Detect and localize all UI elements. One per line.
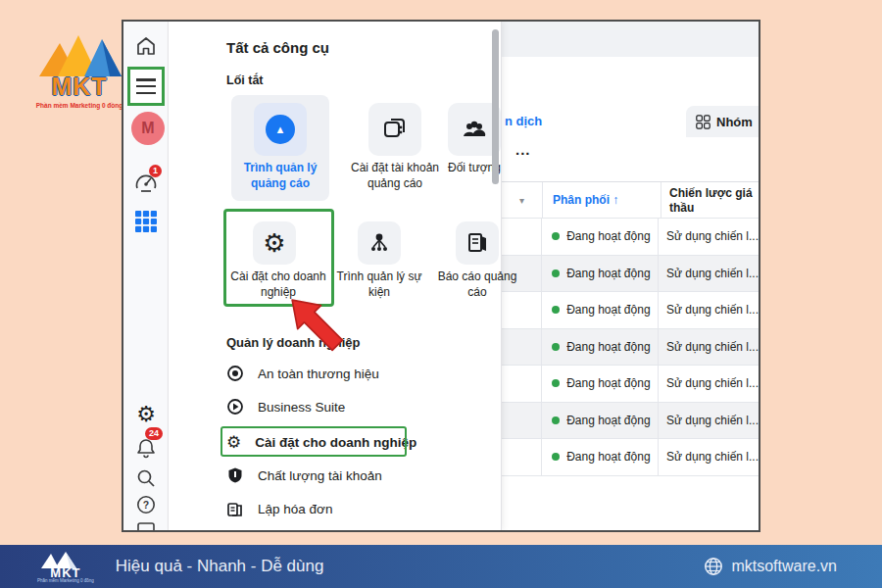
delivery-status-text: Đang hoạt động xyxy=(566,450,650,464)
row-select-cell[interactable] xyxy=(502,366,542,402)
page-header-band xyxy=(502,22,759,57)
grid-icon xyxy=(696,115,710,129)
menu-item-billing[interactable]: Lập hóa đơn xyxy=(226,496,481,521)
menu-item-label: Chất lượng tài khoản xyxy=(258,468,382,483)
search-icon[interactable] xyxy=(123,467,169,489)
avatar[interactable]: M xyxy=(131,112,165,145)
delivery-cell: Đang hoạt động xyxy=(542,219,659,255)
partial-bottom-icon[interactable] xyxy=(123,521,169,532)
menu-item-brand-safety[interactable]: An toàn thương hiệu xyxy=(226,361,481,386)
table-row[interactable]: Đang hoạt động Sử dụng chiến l... xyxy=(502,403,759,440)
active-status-dot xyxy=(552,343,560,351)
shield-icon xyxy=(226,466,244,484)
tab-row: n dịch Nhóm xyxy=(502,104,759,139)
tab-campaigns[interactable]: n dịch xyxy=(505,114,542,128)
active-status-dot xyxy=(552,453,560,461)
ads-manager-content: n dịch Nhóm ... ▾ Phân phối ↑ Chiến lược… xyxy=(502,22,759,530)
help-icon[interactable]: ? xyxy=(123,494,169,515)
delivery-cell: Đang hoạt động xyxy=(542,329,659,366)
table-row[interactable]: Đang hoạt động Sử dụng chiến l... xyxy=(502,256,759,293)
bid-strategy-cell: Sử dụng chiến l... xyxy=(659,403,759,439)
footer-website: mktsoftware.vn xyxy=(731,558,837,575)
active-status-dot xyxy=(552,306,560,314)
ad-account-settings-icon[interactable] xyxy=(368,103,421,156)
footer-logo: MKT Phần mềm Marketing 0 đồng xyxy=(37,550,94,584)
row-select-cell[interactable] xyxy=(502,219,542,255)
ads-reporting-icon[interactable] xyxy=(456,221,499,265)
campaigns-table: ▾ Phân phối ↑ Chiến lược giá thầu Đang h… xyxy=(502,181,759,476)
row-select-caret[interactable]: ▾ xyxy=(502,182,543,218)
menu-item-label: Lập hóa đơn xyxy=(258,502,332,516)
active-status-dot xyxy=(552,232,560,240)
gauge-badge: 1 xyxy=(149,165,162,177)
bid-strategy-text: Sử dụng chiến l... xyxy=(666,340,759,354)
delivery-status-text: Đang hoạt động xyxy=(566,267,650,280)
active-status-dot xyxy=(552,379,560,387)
active-status-dot xyxy=(552,270,560,277)
menu-item-account-quality[interactable]: Chất lượng tài khoản xyxy=(226,463,481,488)
footer-banner: MKT Phần mềm Marketing 0 đồng Hiệu quả -… xyxy=(0,545,882,588)
bid-strategy-cell: Sử dụng chiến l... xyxy=(659,439,759,475)
events-manager-icon[interactable] xyxy=(358,221,401,265)
bid-strategy-text: Sử dụng chiến l... xyxy=(666,414,759,427)
bid-strategy-text: Sử dụng chiến l... xyxy=(666,229,759,243)
bid-strategy-cell: Sử dụng chiến l... xyxy=(659,219,759,255)
business-suite-icon xyxy=(226,398,244,416)
table-row[interactable]: Đang hoạt động Sử dụng chiến l... xyxy=(502,439,759,476)
row-select-cell[interactable] xyxy=(502,403,542,439)
gauge-icon[interactable] xyxy=(123,171,169,194)
footer-logo-tagline: Phần mềm Marketing 0 đồng xyxy=(37,579,94,584)
table-header-row: ▾ Phân phối ↑ Chiến lược giá thầu xyxy=(502,182,759,219)
business-settings-item-highlight-box xyxy=(220,426,407,457)
bid-strategy-text: Sử dụng chiến l... xyxy=(666,267,759,280)
brand-name: MKT xyxy=(33,74,125,99)
table-row[interactable]: Đang hoạt động Sử dụng chiến l... xyxy=(502,219,759,256)
row-select-cell[interactable] xyxy=(502,439,542,475)
table-row[interactable]: Đang hoạt động Sử dụng chiến l... xyxy=(502,329,759,367)
bid-strategy-text: Sử dụng chiến l... xyxy=(666,450,759,464)
all-tools-menu: Tất cả công cụ Lối tắt ▲ Trình quản lý q… xyxy=(169,22,502,530)
table-row[interactable]: Đang hoạt động Sử dụng chiến l... xyxy=(502,366,759,403)
globe-icon xyxy=(704,557,723,576)
footer-slogan: Hiệu quả - Nhanh - Dễ dùng xyxy=(116,557,324,576)
shortcut-ad-account-settings-label[interactable]: Cài đặt tài khoản quảng cáo xyxy=(346,161,444,191)
billing-invoice-icon xyxy=(226,500,244,517)
all-tools-menu-button[interactable] xyxy=(127,67,165,106)
brand-logo-mountains xyxy=(33,31,125,78)
home-icon[interactable] xyxy=(123,35,169,57)
menu-item-business-suite[interactable]: Business Suite xyxy=(226,394,481,419)
ads-manager-icon[interactable]: ▲ xyxy=(254,103,307,156)
shortcut-ads-reporting-label[interactable]: Báo cáo quảng cáo xyxy=(435,270,519,300)
table-row[interactable]: Đang hoạt động Sử dụng chiến l... xyxy=(502,292,759,329)
menu-title: Tất cả công cụ xyxy=(226,39,329,56)
delivery-cell: Đang hoạt động xyxy=(542,403,659,439)
table-body: Đang hoạt động Sử dụng chiến l... Đang h… xyxy=(502,219,759,476)
screenshot-frame: n dịch Nhóm ... ▾ Phân phối ↑ Chiến lược… xyxy=(122,20,760,532)
notifications-badge: 24 xyxy=(145,427,163,440)
column-header-bid-strategy[interactable]: Chiến lược giá thầu xyxy=(662,182,759,218)
column-header-delivery[interactable]: Phân phối ↑ xyxy=(543,182,662,218)
facebook-sidebar: M 1 ⚙ 24 xyxy=(123,22,169,530)
menu-scrollbar[interactable] xyxy=(492,29,499,184)
shortcut-audiences-label[interactable]: Đối tượng xyxy=(435,161,514,176)
more-options-button[interactable]: ... xyxy=(515,141,531,158)
reports-table-icon[interactable] xyxy=(123,208,169,233)
bid-strategy-cell: Sử dụng chiến l... xyxy=(659,256,759,292)
delivery-status-text: Đang hoạt động xyxy=(566,376,650,390)
notifications-bell-icon[interactable] xyxy=(123,437,169,459)
shortcut-events-manager-label[interactable]: Trình quản lý sự kiện xyxy=(330,270,428,300)
delivery-cell: Đang hoạt động xyxy=(542,439,659,475)
bid-strategy-text: Sử dụng chiến l... xyxy=(666,376,759,390)
bid-strategy-cell: Sử dụng chiến l... xyxy=(659,329,759,366)
row-select-cell[interactable] xyxy=(502,329,542,366)
brand-logo: MKT Phần mềm Marketing 0 đồng xyxy=(33,31,125,118)
bid-strategy-text: Sử dụng chiến l... xyxy=(666,303,759,317)
ads-manager-compass-icon: ▲ xyxy=(266,115,295,144)
delivery-cell: Đang hoạt động xyxy=(542,256,659,292)
settings-gear-icon[interactable]: ⚙ xyxy=(123,404,169,425)
brand-tagline: Phần mềm Marketing 0 đồng xyxy=(33,102,125,109)
active-status-dot xyxy=(552,416,560,424)
tab-ad-groups[interactable]: Nhóm xyxy=(686,106,759,137)
bid-strategy-cell: Sử dụng chiến l... xyxy=(659,292,759,328)
shortcut-ads-manager-label[interactable]: Trình quản lý quảng cáo xyxy=(231,161,329,191)
